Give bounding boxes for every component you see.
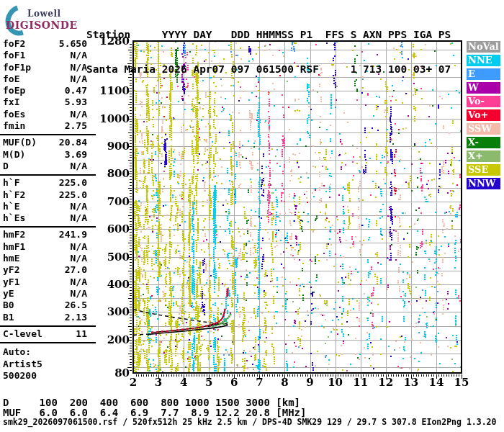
param-row: foEsN/A <box>0 109 96 120</box>
y-axis-label: 800 <box>94 168 130 179</box>
x-axis-label: 7 <box>250 377 269 388</box>
param-label: hmE <box>3 253 19 264</box>
param-value: 20.84 <box>59 137 87 148</box>
param-row: foEN/A <box>0 73 96 85</box>
lowell-digisonde-logo: Lowell DIGISONDE <box>4 3 91 35</box>
param-value: 3.69 <box>65 149 87 161</box>
param-label: B0 <box>3 300 14 311</box>
param-label: MUF(D) <box>3 137 37 148</box>
legend-item-noval: NoVal <box>467 41 500 53</box>
panel-separator <box>0 342 96 343</box>
param-row: foF25.650 <box>0 38 96 50</box>
x-axis-label: 9 <box>301 377 320 388</box>
param-value: 225.0 <box>59 177 87 189</box>
x-axis-label: 12 <box>377 377 395 388</box>
param-value: N/A <box>71 109 87 120</box>
param-row: h`F2225.0 <box>0 189 96 201</box>
param-value: N/A <box>71 73 87 85</box>
param-label: foE <box>3 73 19 85</box>
x-axis-label: 15 <box>452 377 471 388</box>
x-axis-label: 13 <box>402 377 420 388</box>
legend-item-sse: SSE <box>467 164 500 176</box>
param-row: hmF2241.9 <box>0 229 96 240</box>
param-row: h`EsN/A <box>0 212 96 224</box>
param-label: h`Es <box>3 212 25 224</box>
param-row: foF1pN/A <box>0 62 96 73</box>
param-value: 0.47 <box>65 85 87 96</box>
param-label: foEp <box>3 85 25 96</box>
y-axis-label: 300 <box>94 306 130 318</box>
param-label: hmF1 <box>3 241 25 253</box>
legend-item-ssw: SSW <box>467 123 500 135</box>
y-axis-label: 1280 <box>94 35 130 47</box>
param-label: foF2 <box>3 38 25 50</box>
param-row: yF227.0 <box>0 264 96 276</box>
param-row: hmF1N/A <box>0 241 96 253</box>
param-label: foEs <box>3 109 25 120</box>
legend-item-vo: Vo- <box>467 96 500 107</box>
param-value: N/A <box>71 241 87 253</box>
y-axis-label: 1000 <box>94 113 130 125</box>
status-line: smk29_2026097061500.rsf / 520fx512h 25 k… <box>3 418 496 427</box>
x-axis-label: 11 <box>351 377 370 388</box>
param-label: h`E <box>3 201 19 212</box>
x-axis-label: 14 <box>427 377 446 388</box>
legend-item-x: X- <box>467 137 500 148</box>
y-axis-label: 500 <box>94 251 130 263</box>
panel-separator <box>0 325 96 327</box>
param-label: h`F <box>3 177 19 189</box>
param-value: N/A <box>71 253 87 264</box>
legend-item-vo: Vo+ <box>467 109 500 121</box>
x-axis-label: 2 <box>124 377 143 388</box>
param-value: N/A <box>71 201 87 212</box>
param-row: h`F225.0 <box>0 177 96 189</box>
param-value: 2.75 <box>65 120 87 132</box>
param-value: 225.0 <box>59 189 87 201</box>
param-value: N/A <box>71 288 87 300</box>
param-row: hmEN/A <box>0 253 96 264</box>
x-axis-label: 10 <box>326 377 345 388</box>
param-row: DN/A <box>0 161 96 172</box>
legend-item-nne: NNE <box>467 55 500 66</box>
param-label: fxI <box>3 96 19 108</box>
legend-item-w: W <box>467 82 500 94</box>
param-value: N/A <box>71 161 87 172</box>
x-axis-label: 5 <box>199 377 218 388</box>
param-row: M(D)3.69 <box>0 149 96 161</box>
param-label: h`F2 <box>3 189 25 201</box>
param-value: 11 <box>76 328 87 340</box>
y-axis-label: 400 <box>94 279 130 290</box>
param-value: 27.0 <box>65 264 87 276</box>
param-value: 26.5 <box>65 300 87 311</box>
param-value: 5.650 <box>59 38 87 50</box>
param-label: B1 <box>3 312 14 323</box>
legend-item-x: X+ <box>467 150 500 162</box>
param-value: N/A <box>71 212 87 224</box>
y-axis-label: 200 <box>94 334 130 346</box>
param-row: foF1N/A <box>0 50 96 61</box>
param-label: C-level <box>3 328 42 340</box>
y-axis-label: 1100 <box>94 85 130 96</box>
param-label: foF1p <box>3 62 31 73</box>
logo-lowell-text: Lowell <box>27 9 61 19</box>
param-row: yF1N/A <box>0 276 96 288</box>
param-label: yF2 <box>3 264 19 276</box>
y-axis-label: 900 <box>94 140 130 152</box>
param-row: fmin2.75 <box>0 120 96 132</box>
param-row: C-level11 <box>0 328 96 340</box>
panel-separator <box>0 226 96 228</box>
header-field-values: Santa Maria 2026 Apr07 097 061500 RSF 1 … <box>86 63 451 75</box>
x-axis-label: 4 <box>174 377 193 388</box>
param-row: B12.13 <box>0 312 96 323</box>
param-row: B026.5 <box>0 300 96 311</box>
param-label: D <box>3 161 9 172</box>
param-value: N/A <box>71 62 87 73</box>
x-axis-label: 3 <box>149 377 168 388</box>
param-value: 2.13 <box>65 312 87 323</box>
x-axis-label: 6 <box>225 377 243 388</box>
param-value: N/A <box>71 50 87 61</box>
doppler-direction-legend: NoValNNEEWVo-Vo+SSWX-X+SSENNW <box>467 41 503 192</box>
param-label: yF1 <box>3 276 19 288</box>
logo-digisonde-text: DIGISONDE <box>6 19 78 31</box>
param-label: hmF2 <box>3 229 25 240</box>
